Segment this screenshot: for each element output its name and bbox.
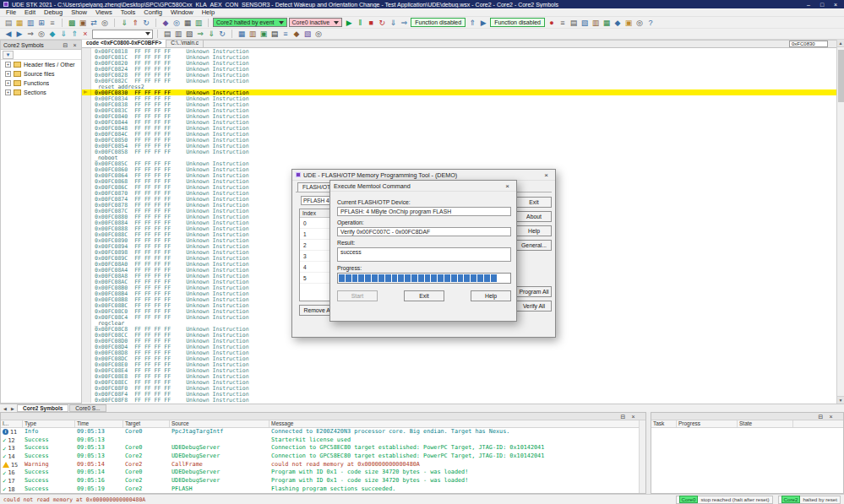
code-gutter-cell[interactable] — [82, 154, 91, 160]
breakpoint-icon[interactable]: ● — [547, 18, 557, 28]
core0-status-combo[interactable]: Core0 inactive — [289, 18, 343, 27]
step-into-icon[interactable]: ⇓ — [388, 18, 398, 28]
pause-icon[interactable]: ‖ — [355, 18, 365, 28]
code-gutter-cell[interactable] — [82, 125, 91, 131]
source-mode-icon[interactable]: ▤ — [162, 29, 172, 39]
code-line[interactable]: 0x00FC08E4FF FF FF FFUnknown Instruction — [82, 367, 836, 373]
tree-item-source-files[interactable]: +Source files — [1, 69, 81, 79]
core2-status-combo[interactable]: Core2 halted by event — [213, 18, 287, 27]
tree-expander-icon[interactable]: + — [5, 80, 11, 86]
code-gutter-cell[interactable] — [82, 54, 91, 60]
code-line[interactable]: 0x00FC0844FF FF FF FFUnknown Instruction — [82, 119, 836, 125]
code-gutter-cell[interactable] — [82, 350, 91, 355]
code-gutter-cell[interactable] — [82, 296, 91, 302]
tab-scroll-left-icon[interactable]: ◀ — [2, 406, 8, 411]
save-all-icon[interactable]: ⊞ — [36, 18, 46, 28]
filter-icon[interactable]: ▼ — [3, 51, 14, 59]
code-gutter-cell[interactable] — [82, 48, 91, 54]
prev-bookmark-icon[interactable]: ⇑ — [69, 29, 79, 39]
close-icon[interactable]: × — [541, 171, 552, 180]
pin-icon[interactable]: ⊟ — [62, 41, 69, 49]
code-line[interactable]: 0x00FC08F8FF FF FF FFUnknown Instruction — [82, 397, 836, 403]
close-icon[interactable]: × — [502, 182, 513, 191]
clear-bookmarks-icon[interactable]: × — [80, 29, 90, 39]
tab-core0-symbols[interactable]: Core0 S... — [69, 404, 106, 412]
symbol-combo[interactable] — [92, 30, 153, 39]
close-icon[interactable]: × — [629, 413, 637, 420]
stack-icon[interactable]: ▥ — [591, 18, 601, 28]
watch-icon[interactable]: ◎ — [172, 18, 182, 28]
flash-about-button[interactable]: About — [516, 211, 552, 222]
tree-expander-icon[interactable]: + — [5, 89, 11, 95]
code-line[interactable]: 0x00FC08D4FF FF FF FFUnknown Instruction — [82, 344, 836, 350]
code-line[interactable]: 0x00FC0834FF FF FF FFUnknown Instruction — [82, 95, 836, 101]
message-row[interactable]: ✓14Success09:05:13Core2UDEDebugServerCon… — [1, 453, 645, 461]
message-view-icon[interactable]: ≡ — [280, 29, 291, 39]
new-file-icon[interactable]: ▤ — [3, 18, 14, 28]
message-row[interactable]: i11Info09:05:13Core0PpcJtagTargIntfConne… — [1, 428, 645, 436]
code-gutter-cell[interactable] — [82, 279, 91, 285]
code-vertical-scrollbar[interactable]: ▲ ▼ — [836, 40, 844, 404]
code-line[interactable]: 0x00FC082CFF FF FF FFUnknown Instruction — [82, 78, 836, 84]
code-gutter-cell[interactable] — [82, 184, 91, 190]
code-gutter-cell[interactable] — [82, 314, 91, 320]
save-icon[interactable]: ▥ — [25, 18, 35, 28]
upload-icon[interactable]: ⇑ — [130, 18, 140, 28]
code-gutter-cell[interactable] — [82, 72, 91, 78]
code-line[interactable]: 0x00FC081CFF FF FF FFUnknown Instruction — [82, 54, 836, 60]
script-icon[interactable]: ▧ — [302, 29, 313, 39]
pin-icon[interactable]: ⊟ — [817, 413, 825, 420]
flash-help-button[interactable]: Help — [516, 225, 552, 236]
menu-debug[interactable]: Debug — [40, 8, 67, 17]
message-row[interactable]: ✓13Success09:05:13Core0UDEDebugServerCon… — [1, 444, 645, 453]
verify-all-button[interactable]: Verify All — [516, 301, 552, 312]
flash-general-button[interactable]: General... — [516, 240, 552, 251]
code-line[interactable]: 0x00FC08E0FF FF FF FFUnknown Instruction — [82, 361, 836, 367]
code-gutter-cell[interactable] — [82, 196, 91, 202]
code-line[interactable]: 0x00FC0838FF FF FF FFUnknown Instruction — [82, 101, 836, 107]
scrollbar-thumb[interactable] — [838, 50, 844, 102]
mixed-view-icon[interactable]: ▧ — [580, 18, 590, 28]
code-line[interactable]: 0x00FC0820FF FF FF FFUnknown Instruction — [82, 60, 836, 66]
menu-views[interactable]: Views — [91, 8, 117, 17]
menu-tools[interactable]: Tools — [117, 8, 140, 17]
terminal-view-icon[interactable]: ▤ — [270, 29, 280, 39]
reset-icon[interactable]: ↻ — [377, 18, 387, 28]
open-file-icon[interactable]: ▦ — [14, 18, 25, 28]
code-gutter-cell[interactable] — [82, 202, 91, 208]
code-gutter-cell[interactable] — [82, 60, 91, 66]
trace-icon[interactable]: ◆ — [613, 18, 623, 28]
code-gutter-cell[interactable] — [82, 219, 91, 225]
tree-item-sections[interactable]: +Sections — [1, 88, 81, 97]
scroll-up-icon[interactable]: ▲ — [837, 40, 844, 47]
code-gutter-cell[interactable] — [82, 131, 91, 137]
settings-icon[interactable]: ◎ — [313, 29, 324, 39]
refresh-view-icon[interactable]: ↻ — [217, 29, 227, 39]
run-to-cursor-icon[interactable]: ▶ — [478, 18, 488, 28]
code-gutter-cell[interactable] — [82, 255, 91, 261]
print-icon[interactable]: ≡ — [47, 18, 57, 28]
menu-file[interactable]: File — [2, 8, 20, 17]
message-row[interactable]: ✓12Success09:05:13Starterkit license use… — [1, 436, 645, 445]
code-gutter-cell[interactable] — [82, 308, 91, 314]
code-gutter-cell[interactable] — [82, 373, 91, 379]
locals-icon[interactable]: ▦ — [602, 18, 612, 28]
variable-view-icon[interactable]: ▣ — [259, 29, 269, 39]
code-gutter-cell[interactable] — [82, 66, 91, 72]
peripheral-view-icon[interactable]: ◆ — [291, 29, 302, 39]
load-program-icon[interactable]: ⇓ — [119, 18, 129, 28]
back-icon[interactable]: ◀ — [3, 29, 14, 39]
close-icon[interactable]: × — [71, 41, 79, 49]
code-gutter-cell[interactable] — [82, 84, 91, 89]
address-input[interactable]: 0xFC0830 — [789, 41, 828, 47]
code-gutter-cell[interactable] — [82, 237, 91, 243]
code-line[interactable]: 0x00FC0828FF FF FF FFUnknown Instruction — [82, 72, 836, 78]
flash-exit-button[interactable]: Exit — [516, 197, 552, 208]
code-gutter-cell[interactable] — [82, 379, 91, 385]
code-gutter-cell[interactable] — [82, 326, 91, 332]
target-setup-icon[interactable]: ◎ — [100, 18, 110, 28]
code-gutter-cell[interactable] — [82, 89, 91, 95]
reload-icon[interactable]: ↻ — [141, 18, 151, 28]
find-symbol-icon[interactable]: ◎ — [36, 29, 46, 39]
target-connect-icon[interactable]: ⇄ — [89, 18, 99, 28]
